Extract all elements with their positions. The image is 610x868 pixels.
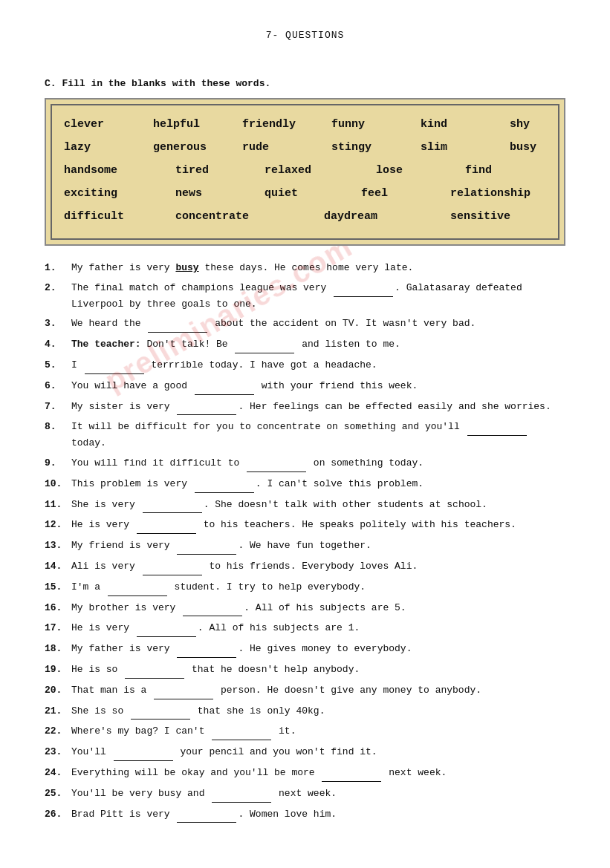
q-text-26: Brad Pitt is very . Women love him. [71, 807, 565, 823]
word-rude: rude [242, 137, 331, 157]
q-num-4: 4. [45, 337, 71, 353]
question-13: 13. My friend is very . We have fun toge… [45, 538, 565, 555]
question-20: 20. That man is a person. He doesn't giv… [45, 683, 565, 699]
word-difficult: difficult [64, 206, 175, 226]
blank-6 [195, 379, 254, 395]
word-clever: clever [64, 114, 153, 134]
q-num-23: 23. [45, 745, 71, 761]
q4-bold-label: The teacher: [71, 339, 141, 350]
blank-16 [183, 601, 242, 617]
word-tired: tired [175, 160, 265, 180]
question-7: 7. My sister is very . Her feelings can … [45, 399, 565, 416]
question-5: 5. I terrrible today. I have got a heada… [45, 358, 565, 374]
q-num-11: 11. [45, 497, 71, 514]
question-1: 1. My father is very busy these days. He… [45, 261, 565, 276]
blank-24 [322, 766, 381, 782]
blank-21 [131, 704, 190, 720]
word-feel: feel [361, 183, 450, 203]
word-slim: slim [421, 137, 510, 157]
question-18: 18. My father is very . He gives money t… [45, 642, 565, 658]
blank-10 [195, 477, 254, 493]
q-num-12: 12. [45, 518, 71, 534]
blank-18 [177, 642, 236, 658]
q-text-21: She is so that she is only 40kg. [71, 704, 565, 720]
word-friendly: friendly [242, 114, 331, 134]
q-num-1: 1. [45, 261, 71, 276]
word-helpful: helpful [153, 114, 242, 134]
q-text-13: My friend is very . We have fun together… [71, 538, 565, 555]
word-row-2: lazy generous rude stingy slim busy [64, 137, 546, 157]
blank-26 [177, 807, 236, 823]
word-stingy: stingy [331, 137, 421, 157]
blank-19 [125, 662, 184, 679]
word-quiet: quiet [265, 183, 361, 203]
blank-9 [247, 456, 306, 472]
q-num-8: 8. [45, 420, 71, 451]
q-num-19: 19. [45, 662, 71, 679]
question-23: 23. You'll your pencil and you won't fin… [45, 745, 565, 761]
q-text-3: We heard the about the accident on TV. I… [71, 316, 565, 333]
question-8: 8. It will be difficult for you to conce… [45, 420, 565, 451]
q-num-15: 15. [45, 580, 71, 596]
word-funny: funny [331, 114, 421, 134]
blank-4 [235, 337, 294, 353]
q-text-11: She is very . She doesn't talk with othe… [71, 497, 565, 514]
q-text-10: This problem is very . I can't solve thi… [71, 477, 565, 493]
word-row-3: handsome tired relaxed lose find [64, 160, 546, 180]
q-text-23: You'll your pencil and you won't find it… [71, 745, 565, 761]
word-handsome: handsome [64, 160, 175, 180]
blank-2 [334, 281, 393, 297]
question-3: 3. We heard the about the accident on TV… [45, 316, 565, 333]
blank-23 [114, 745, 173, 761]
word-relaxed: relaxed [265, 160, 376, 180]
q-text-8: It will be difficult for you to concentr… [71, 420, 565, 451]
section-c-instruction: C. Fill in the blanks with these words. [45, 78, 565, 89]
blank-5 [85, 358, 144, 374]
blank-3 [148, 316, 207, 333]
word-row-5: difficult concentrate daydream sensitive [64, 206, 546, 226]
q-num-16: 16. [45, 601, 71, 617]
word-box-outer: clever helpful friendly funny kind shy l… [45, 98, 565, 246]
q-text-16: My brother is very . All of his subjects… [71, 601, 565, 617]
question-21: 21. She is so that she is only 40kg. [45, 704, 565, 720]
blank-25 [212, 786, 271, 803]
questions-section: 1. My father is very busy these days. He… [45, 261, 565, 823]
q-text-1: My father is very busy these days. He co… [71, 261, 565, 276]
blank-17 [137, 621, 196, 637]
question-12: 12. He is very to his teachers. He speak… [45, 518, 565, 534]
q-num-9: 9. [45, 456, 71, 472]
q-text-15: I'm a student. I try to help everybody. [71, 580, 565, 596]
question-9: 9. You will find it difficult to on some… [45, 456, 565, 472]
q-text-25: You'll be very busy and next week. [71, 786, 565, 803]
question-6: 6. You will have a good with your friend… [45, 379, 565, 395]
question-24: 24. Everything will be okay and you'll b… [45, 766, 565, 782]
question-17: 17. He is very . All of his subjects are… [45, 621, 565, 637]
blank-11 [143, 497, 202, 514]
word-generous: generous [153, 137, 242, 157]
q-text-7: My sister is very . Her feelings can be … [71, 399, 565, 416]
question-15: 15. I'm a student. I try to help everybo… [45, 580, 565, 596]
blank-7 [177, 399, 236, 416]
q-num-17: 17. [45, 621, 71, 637]
word-sensitive: sensitive [450, 206, 539, 226]
q-num-24: 24. [45, 766, 71, 782]
word-box-inner: clever helpful friendly funny kind shy l… [51, 104, 559, 240]
blank-12 [137, 518, 196, 534]
q-num-20: 20. [45, 683, 71, 699]
blank-13 [177, 538, 236, 555]
blank-22 [212, 724, 271, 740]
q-num-2: 2. [45, 281, 71, 313]
word-daydream: daydream [324, 206, 450, 226]
blank-8 [467, 420, 527, 436]
q-num-22: 22. [45, 724, 71, 740]
q-text-4: The teacher: Don't talk! Be and listen t… [71, 337, 565, 353]
q-num-5: 5. [45, 358, 71, 374]
word-lose: lose [376, 160, 465, 180]
answer-1: busy [175, 262, 198, 273]
q-text-5: I terrrible today. I have got a headache… [71, 358, 565, 374]
question-10: 10. This problem is very . I can't solve… [45, 477, 565, 493]
q-text-24: Everything will be okay and you'll be mo… [71, 766, 565, 782]
q-text-9: You will find it difficult to on somethi… [71, 456, 565, 472]
q-text-17: He is very . All of his subjects are 1. [71, 621, 565, 637]
question-19: 19. He is so that he doesn't help anybod… [45, 662, 565, 679]
